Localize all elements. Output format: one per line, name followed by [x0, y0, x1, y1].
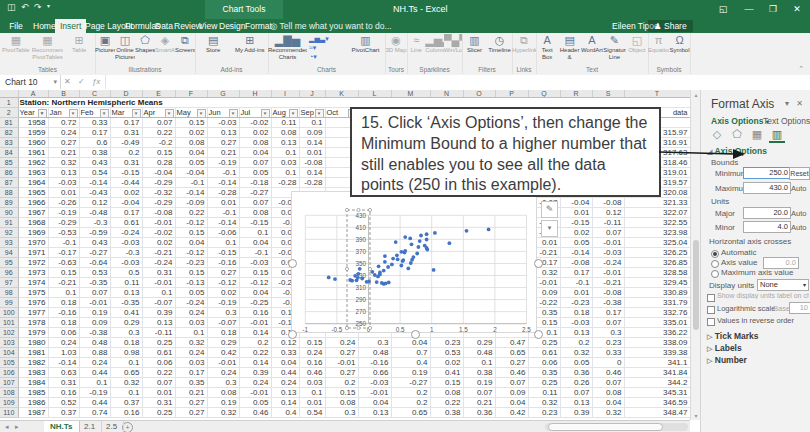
filter-dropdown-icon[interactable]: ▾ — [100, 109, 109, 118]
column-header-O[interactable]: O — [463, 90, 495, 98]
cell[interactable]: -0.23 — [175, 258, 207, 268]
cell[interactable]: 0.01 — [142, 388, 175, 398]
cell[interactable]: 0.41 — [110, 308, 142, 318]
column-header-I[interactable]: I — [271, 90, 299, 98]
cell[interactable]: 0.16 — [48, 388, 79, 398]
header-cell[interactable]: Apr▾ — [142, 108, 175, 118]
cell[interactable]: 0.13 — [271, 138, 299, 148]
cell[interactable]: 1965 — [18, 188, 48, 198]
cell[interactable]: -0.02 — [239, 118, 271, 128]
cell[interactable]: 0.65 — [391, 408, 430, 418]
cell[interactable]: 0.33 — [79, 118, 110, 128]
cell[interactable]: -0.14 — [175, 188, 207, 198]
cell[interactable]: 1969 — [18, 228, 48, 238]
cell[interactable]: 0.03 — [271, 158, 299, 168]
cell[interactable]: 338.09 — [624, 338, 690, 348]
cell[interactable]: -0.01 — [358, 388, 391, 398]
filter-dropdown-icon[interactable]: ▾ — [229, 109, 238, 118]
cell[interactable]: 0.65 — [495, 348, 528, 358]
cell[interactable]: 1976 — [18, 298, 48, 308]
cell[interactable]: -0.38 — [592, 298, 624, 308]
cell[interactable]: 0.09 — [79, 318, 110, 328]
cell[interactable]: 0.05 — [239, 398, 271, 408]
minor-input[interactable]: 4.0 — [743, 221, 791, 233]
cell[interactable]: 0.2 — [391, 388, 430, 398]
cell[interactable]: -0.59 — [79, 228, 110, 238]
cell[interactable]: -0.01 — [592, 268, 624, 278]
row-header[interactable]: 101 — [0, 318, 18, 328]
chart-handle[interactable] — [288, 330, 297, 339]
cell[interactable]: 348.47 — [624, 408, 690, 418]
cell[interactable]: 0.22 — [142, 368, 175, 378]
cell[interactable]: 0.15 — [48, 268, 79, 278]
cell[interactable]: 0.32 — [592, 408, 624, 418]
cell[interactable]: 0.02 — [560, 228, 592, 238]
cell[interactable]: 0.02 — [142, 238, 175, 248]
cell[interactable]: -0.14 — [560, 248, 592, 258]
chart-styles-button[interactable]: ✎ — [541, 201, 558, 218]
column-header-Q[interactable]: Q — [528, 90, 560, 98]
cell[interactable]: 0.14 — [271, 398, 299, 408]
cell[interactable]: 0.37 — [48, 408, 79, 418]
cell[interactable]: -0.53 — [48, 228, 79, 238]
cell[interactable]: 0.07 — [463, 388, 495, 398]
cell[interactable]: -0.14 — [48, 358, 79, 368]
sheet-tab-nh-ts[interactable]: NH.Ts — [44, 421, 80, 432]
cell[interactable]: 1978 — [18, 318, 48, 328]
cell[interactable]: 0.48 — [79, 338, 110, 348]
cell[interactable]: 0.19 — [79, 308, 110, 318]
cell[interactable]: 0.37 — [110, 398, 142, 408]
cell[interactable]: 0.05 — [560, 358, 592, 368]
qat-dropdown-icon[interactable]: ▾ — [47, 2, 50, 9]
cell[interactable]: -0.15 — [560, 218, 592, 228]
cell[interactable]: -0.12 — [207, 278, 239, 288]
cell[interactable]: -0.25 — [239, 298, 271, 308]
cell[interactable]: 0.23 — [528, 408, 560, 418]
cell[interactable]: -0.19 — [48, 208, 79, 218]
header-cell[interactable]: Mar▾ — [110, 108, 142, 118]
cell[interactable]: 328.58 — [624, 268, 690, 278]
cell[interactable]: 0.23 — [430, 338, 463, 348]
cell[interactable]: 330.89 — [624, 288, 690, 298]
cell[interactable]: -0.08 — [592, 288, 624, 298]
namebox-dropdown-icon[interactable]: ▾ — [53, 75, 57, 89]
cell[interactable]: 0.14 — [299, 168, 325, 178]
cell[interactable]: 0.07 — [239, 198, 271, 208]
cell[interactable]: -0.21 — [592, 278, 624, 288]
cell[interactable]: -0.08 — [142, 208, 175, 218]
share-button[interactable]: ♟ Share — [648, 20, 693, 32]
row-header[interactable]: 83 — [0, 138, 18, 148]
sheet-tab-2-5[interactable]: 2.5 — [100, 421, 124, 432]
cell[interactable]: 0.2 — [325, 378, 358, 388]
cell[interactable]: 0.11 — [110, 278, 142, 288]
cell[interactable]: -0.19 — [207, 298, 239, 308]
cell[interactable]: -0.29 — [142, 178, 175, 188]
cell[interactable]: 0.21 — [175, 388, 207, 398]
cell[interactable]: 322.55 — [624, 218, 690, 228]
cell[interactable]: -0.27 — [79, 248, 110, 258]
cell[interactable]: 0.02 — [239, 128, 271, 138]
chart-filters-button[interactable]: ▼ — [541, 220, 558, 237]
major-input[interactable]: 20.0 — [743, 207, 791, 219]
cell[interactable]: 0.09 — [299, 128, 325, 138]
header-cell[interactable]: Year▼ — [18, 108, 48, 118]
cell[interactable]: 0.52 — [48, 398, 79, 408]
cell[interactable]: -0.12 — [239, 278, 271, 288]
sheet-nav-right-icon[interactable]: ▸ — [15, 421, 19, 432]
cell[interactable]: 0.01 — [207, 198, 239, 208]
cell[interactable]: 332.76 — [624, 308, 690, 318]
row-header[interactable]: 105 — [0, 358, 18, 368]
cell[interactable]: 0.04 — [239, 238, 271, 248]
cell[interactable]: -0.03 — [207, 118, 239, 128]
cell[interactable]: 1980 — [18, 338, 48, 348]
cell[interactable]: -0.27 — [239, 188, 271, 198]
cell[interactable]: -0.13 — [175, 278, 207, 288]
cell[interactable]: 0.08 — [175, 138, 207, 148]
cell[interactable]: 0.21 — [48, 148, 79, 158]
cell[interactable]: 341.84 — [624, 368, 690, 378]
cell[interactable]: 0.33 — [271, 348, 299, 358]
cell[interactable]: -0.03 — [110, 258, 142, 268]
cell[interactable]: 0.3 — [592, 328, 624, 338]
row-header[interactable]: 90 — [0, 208, 18, 218]
cell[interactable]: 0.66 — [358, 368, 391, 378]
